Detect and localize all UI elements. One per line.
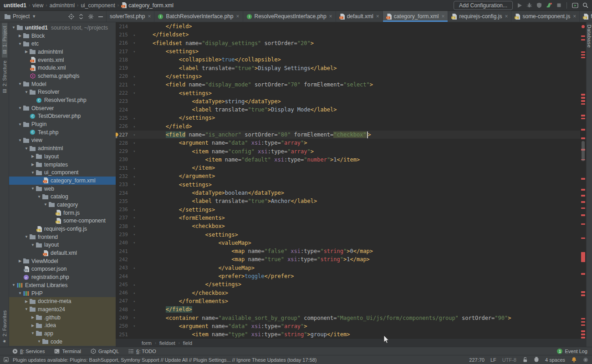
tree-item[interactable]: JSform.js xyxy=(9,209,116,217)
code-line[interactable]: 221▾ <field name="display_mode" sortOrde… xyxy=(116,81,586,89)
code-line[interactable]: 244 <prefer>toggle</prefer> xyxy=(116,272,586,280)
tree-item[interactable]: ▼layout xyxy=(9,241,116,249)
tree-toggle-icon[interactable]: ▶ xyxy=(17,34,23,38)
editor-tab[interactable]: JSrequirejs-config.js× xyxy=(448,11,511,22)
editor-tab[interactable]: default.xml× xyxy=(336,11,383,22)
editor-tab[interactable]: category_form.xml× xyxy=(383,11,449,22)
caret-position[interactable]: 227:70 xyxy=(469,357,485,363)
tree-item[interactable]: ▼ui_component xyxy=(9,168,116,177)
tool-stripe-button-project[interactable]: ▤1: Project xyxy=(2,23,7,57)
tree-item[interactable]: ▼adminhtml xyxy=(9,144,116,152)
code-line[interactable]: 224 <label translate="true">Display Mode… xyxy=(116,106,586,114)
tree-toggle-icon[interactable]: ▼ xyxy=(17,122,23,126)
tree-toggle-icon[interactable]: ▼ xyxy=(11,283,16,287)
tree-item[interactable]: pregistration.php xyxy=(9,273,116,281)
tab-close-icon[interactable]: × xyxy=(329,13,332,20)
tree-item[interactable]: ▼Plugin xyxy=(9,120,116,128)
tab-close-icon[interactable]: × xyxy=(236,13,239,20)
editor-tab[interactable]: solverTest.php× xyxy=(107,11,154,22)
fold-marker-icon[interactable]: ▴ xyxy=(129,33,139,37)
tree-item[interactable]: ▼frontend xyxy=(9,233,116,241)
status-message[interactable]: Plugin updates available: Plugins: BashS… xyxy=(13,357,317,363)
tree-toggle-icon[interactable]: ▼ xyxy=(17,106,23,110)
phone-listen-icon[interactable] xyxy=(546,2,552,8)
stop-icon[interactable] xyxy=(556,3,561,8)
breadcrumb-item[interactable]: view xyxy=(32,2,43,9)
fold-marker-icon[interactable]: ▾ xyxy=(129,50,139,54)
editor-breadcrumb-item[interactable]: fieldset xyxy=(159,340,175,346)
tree-item[interactable]: ▼web xyxy=(9,185,116,193)
gear-icon[interactable] xyxy=(88,14,94,20)
tree-toggle-icon[interactable]: ▶ xyxy=(17,259,23,263)
fold-marker-icon[interactable]: ▴ xyxy=(129,174,139,178)
file-encoding[interactable]: UTF-8 xyxy=(502,357,516,363)
tab-close-icon[interactable]: × xyxy=(376,13,379,20)
tree-item[interactable]: default.xml xyxy=(9,249,116,257)
fold-marker-icon[interactable]: ▾ xyxy=(129,91,139,95)
target-icon[interactable] xyxy=(68,14,74,20)
window-restore-icon[interactable] xyxy=(572,3,578,8)
code-line[interactable]: 231▴ </item> xyxy=(116,164,586,172)
tree-item[interactable]: ▶adminhtml xyxy=(9,48,116,56)
code-line[interactable]: 240▾ <valueMap> xyxy=(116,239,586,247)
fold-marker-icon[interactable]: ▴ xyxy=(129,299,139,303)
tree-item[interactable]: ▼code xyxy=(9,338,116,346)
search-icon[interactable] xyxy=(582,2,588,8)
tool-window-button-graphql[interactable]: GraphQL xyxy=(91,349,119,354)
tree-item[interactable]: CResolverTest.php xyxy=(9,96,116,104)
fold-marker-icon[interactable]: ▴ xyxy=(129,283,139,287)
tree-toggle-icon[interactable]: ▼ xyxy=(30,243,36,247)
breadcrumb-item[interactable]: ui_component xyxy=(81,2,115,9)
code-line[interactable]: 220▴ </settings> xyxy=(116,72,586,81)
tree-item[interactable]: category_form.xml xyxy=(9,177,116,185)
code-line[interactable]: 232▴ </argument> xyxy=(116,172,586,180)
tree-toggle-icon[interactable]: ▶ xyxy=(30,324,36,328)
fold-marker-icon[interactable]: ▴ xyxy=(129,74,139,78)
tree-item[interactable]: JSsome-component xyxy=(9,217,116,225)
code-line[interactable]: 243▴ </valueMap> xyxy=(116,264,586,272)
tool-window-button-services[interactable]: 8: Services xyxy=(12,349,45,354)
tree-toggle-icon[interactable]: ▼ xyxy=(11,25,16,30)
tab-close-icon[interactable]: × xyxy=(148,13,151,20)
tree-item[interactable]: CTestObserver.php xyxy=(9,112,116,121)
tree-item[interactable]: ▶ViewModel xyxy=(9,257,116,265)
fold-marker-icon[interactable]: ▴ xyxy=(129,308,139,312)
editor-tab[interactable]: IResolveRequestInterface.php× xyxy=(243,11,336,22)
tree-toggle-icon[interactable]: ▼ xyxy=(36,195,42,199)
fold-marker-icon[interactable]: ▴ xyxy=(129,207,139,212)
tree-item[interactable]: ▶doctrine-meta xyxy=(9,297,116,305)
fold-marker-icon[interactable]: ▾ xyxy=(129,141,139,145)
tree-item[interactable]: ▼etc xyxy=(9,40,116,48)
inspection-status-dot[interactable] xyxy=(582,25,585,28)
code-line[interactable]: 241 <map name="false" xsi:type="string">… xyxy=(116,247,586,255)
tool-window-switcher-icon[interactable] xyxy=(4,357,9,362)
fold-marker-icon[interactable]: ▾ xyxy=(129,324,139,328)
tool-window-button-todo[interactable]: 6: TODO xyxy=(128,349,156,354)
code-line[interactable]: 214 </field> xyxy=(116,22,586,30)
code-line[interactable]: 233▾ <settings> xyxy=(116,181,586,189)
tree-toggle-icon[interactable]: ▶ xyxy=(24,50,29,54)
tab-close-icon[interactable]: × xyxy=(573,13,576,20)
status-circle-icon[interactable] xyxy=(583,357,588,363)
fold-marker-icon[interactable]: ▾ xyxy=(129,83,139,87)
chevron-down-icon[interactable]: ▼ xyxy=(32,14,36,19)
tree-toggle-icon[interactable]: ▼ xyxy=(36,339,42,344)
editor-tab[interactable]: IBatchResolverInterface.php× xyxy=(154,11,243,22)
tree-item[interactable]: JSrequirejs-config.js xyxy=(9,225,116,233)
code-line[interactable]: 227▾ <field name="is_anchor" sortOrder="… xyxy=(116,131,586,139)
fold-marker-icon[interactable]: ▾ xyxy=(129,316,139,320)
tool-stripe-button-structure[interactable]: ▤2: Structure xyxy=(2,57,7,97)
tool-window-button-terminal[interactable]: Terminal xyxy=(54,349,81,354)
tree-item[interactable]: ▼Resolver xyxy=(9,88,116,96)
fold-marker-icon[interactable]: ▴ xyxy=(129,124,139,128)
code-line[interactable]: 226▴ </field> xyxy=(116,122,586,131)
fold-marker-icon[interactable]: ▴ xyxy=(129,291,139,295)
tree-item[interactable]: ▶.github xyxy=(9,313,116,322)
run-icon[interactable] xyxy=(517,3,522,8)
tree-toggle-icon[interactable]: ▼ xyxy=(17,42,23,46)
code-line[interactable]: 229▾ <item name="config" xsi:type="array… xyxy=(116,147,586,155)
code-line[interactable]: 245▴ </settings> xyxy=(116,280,586,288)
fold-marker-icon[interactable]: ▾ xyxy=(129,182,139,187)
tree-item[interactable]: ▼Observer xyxy=(9,104,116,112)
tree-toggle-icon[interactable]: ▶ xyxy=(24,299,29,303)
